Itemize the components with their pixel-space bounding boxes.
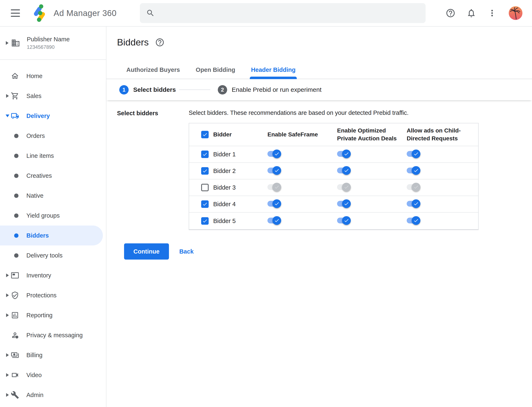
check-icon [202,218,208,224]
sidebar-item-label: Delivery [26,113,50,119]
sidebar-subitem-label: Yield groups [26,212,60,219]
tab[interactable]: Authorized Buyers [125,66,181,79]
child-directed-toggle[interactable] [407,149,419,158]
search-bar[interactable] [140,3,426,23]
search-input[interactable] [160,9,419,17]
step-connector [179,89,210,90]
sidebar-item[interactable]: Privacy & messaging [0,325,106,345]
sidebar-subitem[interactable]: Line items [0,146,103,166]
user-avatar[interactable] [509,6,523,20]
expand-arrow-icon [5,94,10,98]
check-icon [413,168,419,173]
optimized-private-auction-toggle[interactable] [337,199,349,208]
check-icon [274,184,280,190]
sidebar-item-label: Admin [26,392,43,399]
section-label: Select bidders [117,110,189,117]
sidebar-item[interactable]: Reporting [0,305,106,325]
safeframe-toggle[interactable] [267,183,280,191]
sidebar-subitem[interactable]: Bidders [0,226,103,245]
safeframe-toggle[interactable] [267,166,280,175]
bullet-icon [14,213,18,218]
sidebar-subitem[interactable]: Native [0,186,103,206]
check-icon [202,132,208,137]
sidebar-item[interactable]: Home [0,66,106,86]
notifications-icon[interactable] [466,8,476,18]
home-icon [11,72,19,80]
child-directed-toggle[interactable] [407,183,419,191]
tab[interactable]: Header Bidding [250,66,297,79]
publisher-selector[interactable]: Publisher Name 1234567890 [0,27,106,60]
appbar-actions [445,8,508,18]
step-label: Enable Prebid or run experiment [232,86,322,93]
menu-icon[interactable] [11,9,20,17]
child-directed-toggle[interactable] [407,216,419,225]
optimized-private-auction-toggle[interactable] [337,216,349,225]
sidebar-item[interactable]: Billing [0,345,106,365]
optimized-private-auction-toggle[interactable] [337,183,349,191]
safeframe-toggle[interactable] [267,149,280,158]
check-icon [344,184,349,190]
bidder-checkbox[interactable] [201,217,209,225]
sidebar-item-label: Home [26,73,42,79]
optimized-private-auction-toggle[interactable] [337,166,349,175]
truck-icon [11,112,19,120]
palm-tree-icon [509,6,523,20]
sidebar-item[interactable]: Sales [0,86,106,106]
inventory-icon [11,271,19,280]
check-icon [344,168,349,173]
select-all-checkbox[interactable] [201,131,209,138]
sidebar-subitem[interactable]: Orders [0,126,103,146]
more-vert-icon[interactable] [487,8,497,18]
app-title: Ad Manager 360 [54,8,117,18]
tabs: Authorized Buyers Open Bidding Header Bi… [106,59,532,79]
help-icon[interactable] [445,8,456,18]
check-icon [413,201,419,206]
bidder-checkbox[interactable] [201,150,209,158]
continue-button[interactable]: Continue [124,243,169,259]
bidder-row: Bidder 5 [189,213,478,229]
back-button[interactable]: Back [179,248,194,255]
bidders-table: Bidder Enable SafeFrame Enable Optimized… [189,123,479,230]
expand-arrow-icon [5,113,10,118]
sidebar-subitem-label: Bidders [26,232,49,239]
page-title: Bidders [117,37,149,48]
bullet-icon [14,134,18,138]
sidebar-item[interactable]: Protections [0,285,106,305]
bidder-checkbox[interactable] [201,184,209,191]
sidebar: Publisher Name 1234567890 Home Sales [0,27,106,407]
sidebar-item[interactable]: Delivery [0,106,106,126]
bidder-name: Bidder 3 [213,184,236,191]
sidebar-item-label: Protections [26,292,56,299]
bidder-checkbox[interactable] [201,167,209,175]
sidebar-subitem-label: Native [26,192,43,199]
child-directed-toggle[interactable] [407,166,419,175]
sidebar-item[interactable]: Video [0,365,106,385]
stepper-step[interactable]: 2 Enable Prebid or run experiment [176,85,322,94]
bullet-icon [14,233,18,238]
search-icon [146,9,155,17]
bullet-icon [14,174,18,178]
step-number-badge: 1 [119,85,129,94]
bullet-icon [14,154,18,158]
child-directed-toggle[interactable] [407,199,419,208]
bullet-icon [14,194,18,198]
bidder-checkbox[interactable] [201,200,209,208]
sidebar-item[interactable]: Admin [0,385,106,405]
help-icon[interactable] [155,38,165,47]
check-icon [344,151,349,157]
sidebar-subitem[interactable]: Yield groups [0,206,103,226]
safeframe-toggle[interactable] [267,199,280,208]
sidebar-item[interactable]: Inventory [0,265,106,285]
section-description: Select bidders. These recommendations ar… [189,110,532,116]
expand-arrow-icon [5,313,10,318]
optimized-private-auction-toggle[interactable] [337,149,349,158]
tab[interactable]: Open Bidding [194,66,236,79]
sidebar-subitem[interactable]: Creatives [0,166,103,186]
publisher-name: Publisher Name [27,36,70,43]
check-icon [202,168,208,174]
sidebar-subitem[interactable]: Delivery tools [0,245,103,265]
check-icon [274,151,280,157]
safeframe-toggle[interactable] [267,216,280,225]
expand-arrow-icon [5,373,10,377]
stepper-step[interactable]: 1 Select bidders [119,85,176,94]
